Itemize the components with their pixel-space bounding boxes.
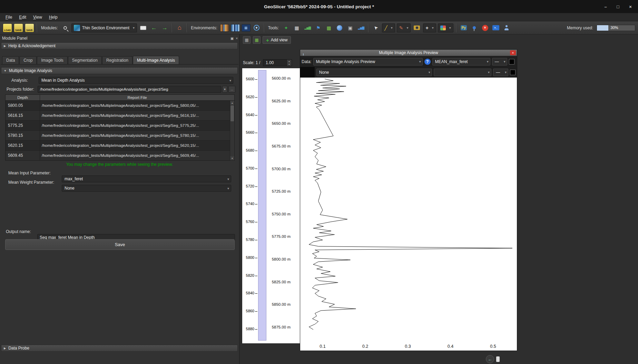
projects-folder-dropdown-button[interactable]: ▾: [222, 86, 227, 93]
tab-multi-image-analysis[interactable]: Multi-Image Analysis: [133, 56, 179, 64]
markup-tool-dropdown[interactable]: ✎: [397, 23, 411, 32]
table-row[interactable]: 5609.45/home/frederico/integration_tests…: [6, 151, 234, 161]
view-layout-button-2[interactable]: ▦: [253, 36, 261, 44]
tab-data[interactable]: Data: [2, 56, 19, 64]
tab-image-tools[interactable]: Image Tools: [37, 56, 67, 64]
scroll-up-icon[interactable]: ▲: [230, 101, 234, 105]
panel-handle[interactable]: [496, 356, 500, 362]
save-data-button[interactable]: SAVE: [25, 23, 34, 32]
table-scrollbar[interactable]: ▲ ▼: [230, 101, 234, 160]
histogram-tool-button[interactable]: ▂▅▇: [356, 23, 365, 33]
preview-data-combo[interactable]: Multiple Image Analysis Preview: [313, 58, 423, 65]
scrollbar-thumb[interactable]: [230, 105, 234, 121]
parameter-combo[interactable]: MEAN_max_feret: [432, 58, 490, 65]
line-color-swatch[interactable]: [509, 59, 514, 64]
measurement-tool-dropdown[interactable]: ╱: [382, 23, 395, 32]
menu-view[interactable]: View: [30, 14, 46, 21]
ruler-tick-label: 5660: [243, 130, 254, 134]
person-icon: [504, 25, 509, 31]
history-forward-button[interactable]: →: [160, 23, 169, 33]
save-button[interactable]: Save: [5, 239, 235, 250]
geolog-tool-button[interactable]: ✦: [282, 23, 291, 33]
module-search-button[interactable]: [61, 23, 70, 33]
data-probe-section[interactable]: ▶ Data Probe: [1, 345, 238, 352]
secondary-color-swatch[interactable]: [510, 70, 516, 75]
secondary-parameter-combo[interactable]: [434, 69, 491, 76]
column-header-depth[interactable]: Depth: [6, 95, 40, 100]
pin-panel-button[interactable]: [470, 23, 479, 33]
tab-segmentation[interactable]: Segmentation: [68, 56, 102, 64]
crosshair-dropdown[interactable]: +: [423, 23, 436, 32]
scroll-down-icon[interactable]: ▼: [230, 156, 234, 160]
depth-ruler-view[interactable]: 5600562056405660568057005720574057605780…: [242, 68, 300, 343]
scale-spinbox[interactable]: 1.00 ▲▼: [263, 59, 292, 66]
view-layout-button-1[interactable]: ▦: [243, 36, 251, 44]
volumes-tool-button[interactable]: [335, 23, 344, 33]
toolbar-separator: [187, 23, 187, 32]
secondary-line-style-combo[interactable]: —: [493, 69, 508, 76]
analysis-combo[interactable]: Mean in Depth Analysis: [39, 77, 233, 84]
multiple-image-analysis-section[interactable]: ▼ Multiple Image Analysis: [1, 67, 238, 74]
spin-up-icon[interactable]: ▲: [287, 60, 292, 63]
plot-depth-label: 5750.00 m: [266, 212, 291, 216]
table-row[interactable]: 5800.05/home/frederico/integration_tests…: [6, 101, 234, 111]
table-row[interactable]: 5616.15/home/frederico/integration_tests…: [6, 111, 234, 121]
thinsection-environment-button[interactable]: [252, 23, 261, 33]
web-button[interactable]: ☀: [481, 23, 490, 33]
screenshot-button[interactable]: [412, 23, 421, 33]
preview-window-titlebar[interactable]: Multiple Image Analysis Preview ×: [300, 50, 517, 56]
pointer-tool-button[interactable]: ➤: [371, 23, 380, 33]
clear-scene-button[interactable]: [139, 23, 148, 33]
browse-folder-button[interactable]: ...: [228, 86, 235, 93]
tables-tool-button[interactable]: ▦: [292, 23, 301, 33]
menu-file[interactable]: File: [2, 14, 16, 21]
charts-tool-button[interactable]: ▂▅▇: [303, 23, 312, 33]
maximize-button[interactable]: □: [612, 2, 624, 11]
core-environment-button[interactable]: [220, 23, 229, 33]
load-data-button[interactable]: LOAD: [3, 23, 12, 32]
help-acknowledgement-section[interactable]: ▶ Help & Acknowledgement: [1, 42, 238, 49]
undock-panel-icon[interactable]: ▣: [230, 37, 234, 40]
account-button[interactable]: [502, 23, 511, 33]
minimize-button[interactable]: –: [600, 2, 611, 11]
imagelog-environment-button[interactable]: [231, 23, 240, 33]
mean-weight-combo[interactable]: None: [62, 185, 231, 192]
load-icon: LOAD: [4, 29, 11, 31]
layout-selector-dropdown[interactable]: [438, 23, 453, 32]
column-header-report-file[interactable]: Report File: [40, 95, 234, 100]
home-button[interactable]: ⌂: [175, 23, 184, 33]
help-icon[interactable]: ?: [424, 59, 431, 65]
history-back-button[interactable]: ←: [149, 23, 158, 33]
preview-plot-area[interactable]: 0.10.20.30.40.5: [300, 78, 517, 351]
secondary-data-combo[interactable]: None: [316, 69, 432, 76]
module-selector[interactable]: Thin Section Environment: [71, 23, 137, 32]
navigate-back-button[interactable]: ←: [486, 355, 494, 363]
save-scene-button[interactable]: SAVE: [14, 23, 23, 32]
close-panel-icon[interactable]: ×: [236, 37, 238, 40]
depth-cell: 5775.25: [6, 121, 40, 130]
line-style-combo[interactable]: —: [492, 58, 507, 65]
python-console-button[interactable]: Py: [459, 23, 468, 33]
menu-edit[interactable]: Edit: [16, 14, 30, 21]
depth-cell: 5609.45: [6, 151, 40, 160]
menu-help[interactable]: Help: [46, 14, 61, 21]
preview-close-button[interactable]: ×: [510, 50, 516, 55]
table-row[interactable]: 5620.15/home/frederico/integration_tests…: [6, 141, 234, 151]
tab-crop[interactable]: Crop: [19, 56, 37, 64]
spin-down-icon[interactable]: ▼: [287, 63, 292, 66]
flag-tool-button[interactable]: ⚑: [314, 23, 323, 33]
tab-registration[interactable]: Registration: [102, 56, 132, 64]
close-button[interactable]: ×: [625, 2, 636, 11]
report-file-cell: /home/frederico/integration_tests/Multip…: [40, 141, 234, 150]
add-view-button[interactable]: + Add view: [263, 36, 291, 44]
table-row[interactable]: 5780.15/home/frederico/integration_tests…: [6, 131, 234, 141]
chevron-down-icon: ▾: [224, 88, 226, 91]
projects-folder-input[interactable]: /home/frederico/integration_tests/Multip…: [38, 86, 221, 93]
spinbox-arrows[interactable]: ▲▼: [286, 60, 292, 66]
log-console-button[interactable]: >_: [491, 23, 500, 33]
scale-value: 1.00: [263, 60, 286, 66]
microct-environment-button[interactable]: ▦: [242, 23, 251, 33]
segmentation-tool-button[interactable]: ▩: [324, 23, 333, 33]
views-tool-button[interactable]: ▣: [346, 23, 355, 33]
table-row[interactable]: 5775.25/home/frederico/integration_tests…: [6, 121, 234, 131]
